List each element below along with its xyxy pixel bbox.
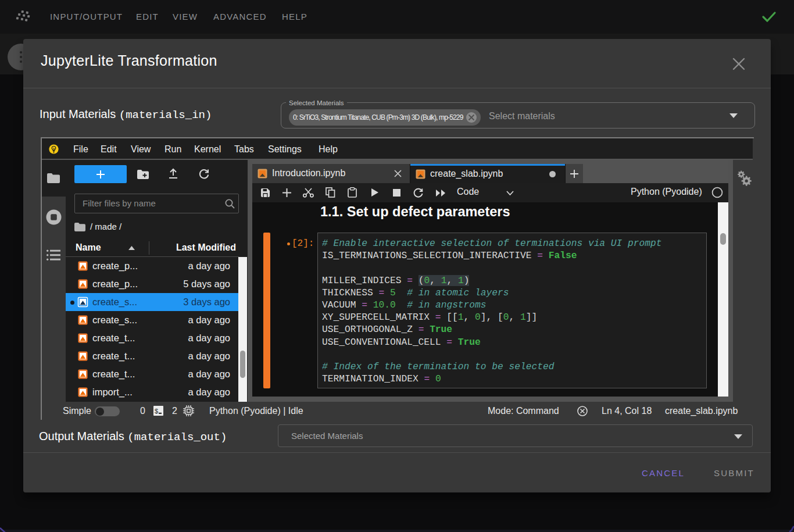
svg-text:$: $ [155, 408, 158, 415]
